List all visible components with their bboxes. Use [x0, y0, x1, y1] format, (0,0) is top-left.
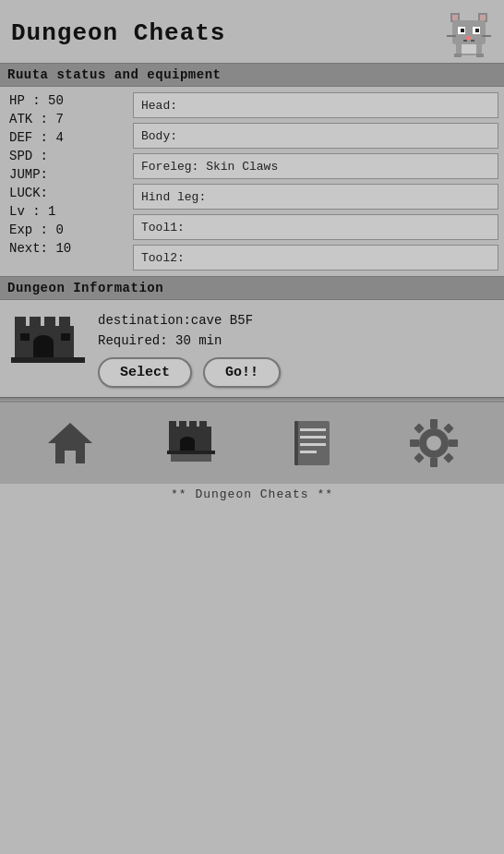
dungeon-nav-icon [167, 419, 215, 467]
svg-rect-2 [452, 15, 458, 20]
equip-body: Body: [133, 123, 498, 149]
nav-item-settings[interactable] [401, 414, 467, 473]
header: Dungeon Cheats [0, 0, 504, 63]
svg-point-24 [33, 335, 54, 350]
svg-rect-49 [444, 423, 454, 433]
bottom-hint: ** Dungeon Cheats ** [0, 484, 504, 503]
svg-rect-8 [475, 29, 479, 32]
svg-rect-13 [482, 35, 491, 37]
svg-rect-42 [300, 451, 317, 453]
go-button[interactable]: Go!! [203, 357, 281, 388]
svg-rect-47 [449, 439, 458, 447]
stat-lv: Lv : 1 [6, 203, 126, 220]
svg-rect-44 [430, 419, 438, 428]
svg-rect-45 [430, 458, 438, 467]
nav-item-log[interactable] [280, 414, 346, 473]
svg-rect-7 [461, 29, 464, 32]
dungeon-content: destination:cave B5F Required: 30 min Se… [0, 300, 504, 397]
stat-exp: Exp : 0 [6, 222, 126, 238]
svg-rect-48 [414, 423, 425, 433]
svg-rect-51 [444, 452, 454, 463]
select-button[interactable]: Select [98, 357, 192, 388]
cat-mascot [445, 9, 493, 57]
stat-atk: ATK : 7 [6, 111, 126, 127]
equip-head: Head: [133, 92, 498, 118]
nav-item-dungeon[interactable] [158, 414, 224, 473]
equipment-column: Head: Body: Foreleg: Skin Claws Hind leg… [133, 92, 498, 271]
svg-rect-3 [480, 15, 486, 20]
bottom-nav [0, 401, 504, 484]
dungeon-castle-icon [11, 315, 85, 370]
stat-jump: JUMP: [6, 166, 126, 183]
stat-spd: SPD : [6, 148, 126, 164]
svg-rect-25 [20, 333, 30, 341]
svg-rect-11 [471, 40, 474, 42]
svg-rect-36 [167, 451, 215, 454]
svg-rect-43 [294, 421, 298, 465]
app-container: Dungeon Cheats [0, 0, 504, 854]
gear-icon [410, 419, 458, 467]
status-section: HP : 50 ATK : 7 DEF : 4 SPD : JUMP: LUCK… [0, 87, 504, 276]
stat-luck: LUCK: [6, 185, 126, 201]
stats-column: HP : 50 ATK : 7 DEF : 4 SPD : JUMP: LUCK… [6, 92, 126, 271]
stat-hp: HP : 50 [6, 92, 126, 109]
stat-next: Next: 10 [6, 240, 126, 257]
stat-def: DEF : 4 [6, 129, 126, 146]
svg-rect-50 [414, 452, 425, 463]
nav-item-home[interactable] [37, 414, 103, 473]
equip-hindleg: Hind leg: [133, 184, 498, 210]
svg-rect-10 [463, 40, 467, 42]
dungeon-icon-area [11, 309, 85, 370]
svg-marker-28 [48, 423, 92, 463]
dungeon-section-title: Dungeon Information [0, 276, 504, 300]
dungeon-buttons: Select Go!! [98, 357, 493, 388]
svg-rect-46 [410, 439, 419, 447]
svg-rect-17 [476, 54, 484, 57]
svg-rect-27 [11, 357, 85, 363]
equip-foreleg: Foreleg: Skin Claws [133, 153, 498, 179]
equip-tool2: Tool2: [133, 245, 498, 271]
log-icon [289, 419, 337, 467]
equip-tool1: Tool1: [133, 214, 498, 240]
status-section-title: Ruuta status and equipment [0, 63, 504, 87]
dungeon-info-right: destination:cave B5F Required: 30 min Se… [98, 309, 493, 388]
dungeon-required: Required: 30 min [98, 333, 493, 348]
svg-rect-37 [171, 454, 211, 462]
dungeon-destination: destination:cave B5F [98, 313, 493, 328]
svg-rect-41 [300, 443, 326, 446]
svg-rect-26 [61, 333, 70, 341]
svg-rect-40 [300, 436, 326, 439]
svg-point-35 [180, 437, 195, 446]
svg-rect-15 [462, 44, 476, 54]
svg-rect-12 [447, 35, 456, 37]
svg-rect-9 [466, 36, 472, 40]
svg-rect-4 [452, 20, 486, 44]
home-icon [46, 419, 94, 467]
svg-rect-16 [454, 54, 462, 57]
svg-rect-39 [300, 428, 326, 431]
svg-point-53 [426, 436, 441, 451]
app-title: Dungeon Cheats [11, 19, 225, 47]
